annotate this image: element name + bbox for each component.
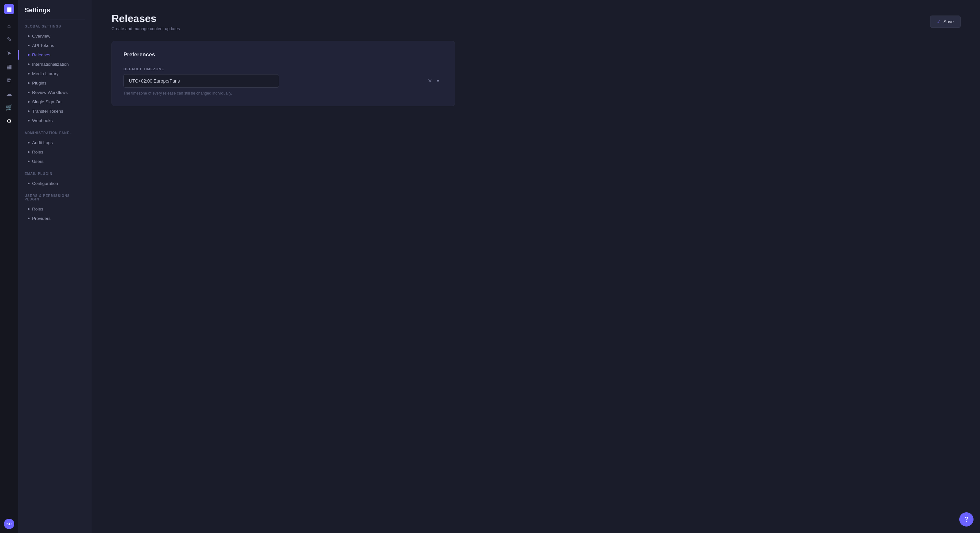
- sidebar-item-label: Webhooks: [32, 118, 53, 123]
- sidebar-item-audit-logs[interactable]: Audit Logs: [18, 138, 92, 148]
- sidebar-item-label: Internationalization: [32, 62, 69, 67]
- card-title: Preferences: [124, 51, 443, 58]
- cloud-icon[interactable]: ☁: [3, 88, 15, 100]
- dot-icon: [28, 217, 30, 219]
- grid-icon[interactable]: ▦: [3, 61, 15, 73]
- dot-icon: [28, 101, 30, 103]
- sidebar-item-label: Audit Logs: [32, 140, 53, 145]
- timezone-field-label: Default timezone: [124, 67, 443, 71]
- dot-icon: [28, 63, 30, 65]
- dot-icon: [28, 82, 30, 84]
- sidebar-item-internationalization[interactable]: Internationalization: [18, 60, 92, 69]
- sidebar-item-roles-permissions[interactable]: Roles: [18, 204, 92, 214]
- sidebar-item-label: API Tokens: [32, 43, 54, 48]
- app-logo[interactable]: ▣: [4, 4, 14, 14]
- timezone-select-wrapper: UTC+02:00 Europe/Paris UTC+00:00 UTC UTC…: [124, 74, 443, 88]
- section-label-users-permissions: Users & Permissions Plugin: [18, 194, 92, 204]
- sidebar-item-label: Users: [32, 159, 43, 164]
- dot-icon: [28, 54, 30, 56]
- sidebar-item-label: Overview: [32, 34, 50, 38]
- save-label: Save: [943, 19, 954, 24]
- sidebar: Settings Global Settings Overview API To…: [18, 0, 92, 533]
- preferences-card: Preferences Default timezone UTC+02:00 E…: [111, 41, 455, 106]
- sidebar-item-label: Configuration: [32, 181, 58, 186]
- sidebar-item-webhooks[interactable]: Webhooks: [18, 116, 92, 125]
- dot-icon: [28, 142, 30, 143]
- sidebar-item-review-workflows[interactable]: Review Workflows: [18, 88, 92, 97]
- section-label-global: Global Settings: [18, 25, 92, 32]
- sidebar-item-users[interactable]: Users: [18, 157, 92, 166]
- dot-icon: [28, 110, 30, 112]
- page-title: Releases: [111, 13, 180, 24]
- user-avatar[interactable]: KD: [4, 519, 14, 529]
- dot-icon: [28, 120, 30, 121]
- sidebar-item-label: Single Sign-On: [32, 99, 62, 104]
- dot-icon: [28, 73, 30, 75]
- timezone-select[interactable]: UTC+02:00 Europe/Paris UTC+00:00 UTC UTC…: [124, 74, 279, 88]
- section-label-email: Email Plugin: [18, 172, 92, 179]
- save-button[interactable]: ✓ Save: [930, 16, 961, 28]
- settings-nav-icon[interactable]: ⚙: [3, 115, 15, 127]
- dot-icon: [28, 208, 30, 210]
- sidebar-title: Settings: [18, 6, 92, 19]
- sidebar-item-label: Releases: [32, 52, 50, 57]
- layers-icon[interactable]: ⧉: [3, 75, 15, 86]
- pen-icon[interactable]: ✎: [3, 34, 15, 45]
- sidebar-item-label: Review Workflows: [32, 90, 68, 95]
- sidebar-item-label: Media Library: [32, 71, 59, 76]
- sidebar-item-label: Providers: [32, 216, 51, 221]
- main-header: Releases Create and manage content updat…: [92, 0, 980, 41]
- cart-icon[interactable]: 🛒: [3, 102, 15, 113]
- dot-icon: [28, 151, 30, 153]
- sidebar-item-label: Roles: [32, 150, 43, 154]
- sidebar-item-configuration[interactable]: Configuration: [18, 179, 92, 188]
- dot-icon: [28, 35, 30, 37]
- send-icon[interactable]: ➤: [3, 47, 15, 59]
- sidebar-item-label: Plugins: [32, 81, 46, 86]
- dot-icon: [28, 45, 30, 46]
- clear-icon[interactable]: ✕: [428, 78, 432, 84]
- dot-icon: [28, 160, 30, 162]
- sidebar-item-label: Transfer Tokens: [32, 109, 63, 114]
- sidebar-item-api-tokens[interactable]: API Tokens: [18, 41, 92, 50]
- sidebar-item-providers[interactable]: Providers: [18, 214, 92, 223]
- sidebar-item-media-library[interactable]: Media Library: [18, 69, 92, 78]
- section-label-admin: Administration Panel: [18, 131, 92, 138]
- sidebar-item-single-sign-on[interactable]: Single Sign-On: [18, 97, 92, 106]
- sidebar-item-plugins[interactable]: Plugins: [18, 78, 92, 88]
- home-icon[interactable]: ⌂: [3, 20, 15, 32]
- main-content: Releases Create and manage content updat…: [92, 0, 980, 533]
- dot-icon: [28, 92, 30, 93]
- help-fab[interactable]: ?: [959, 512, 974, 527]
- page-subtitle: Create and manage content updates: [111, 26, 180, 31]
- sidebar-item-releases[interactable]: Releases: [18, 50, 92, 60]
- main-body: Preferences Default timezone UTC+02:00 E…: [92, 41, 980, 119]
- sidebar-item-transfer-tokens[interactable]: Transfer Tokens: [18, 106, 92, 116]
- dot-icon: [28, 182, 30, 184]
- chevron-down-icon: ▾: [437, 78, 439, 84]
- sidebar-item-roles[interactable]: Roles: [18, 148, 92, 157]
- check-icon: ✓: [937, 19, 941, 24]
- timezone-field-hint: The timezone of every release can still …: [124, 91, 443, 95]
- sidebar-divider: [25, 19, 85, 19]
- icon-rail: ▣ ⌂ ✎ ➤ ▦ ⧉ ☁ 🛒 ⚙ KD: [0, 0, 18, 533]
- sidebar-item-label: Roles: [32, 206, 43, 211]
- sidebar-item-overview[interactable]: Overview: [18, 32, 92, 41]
